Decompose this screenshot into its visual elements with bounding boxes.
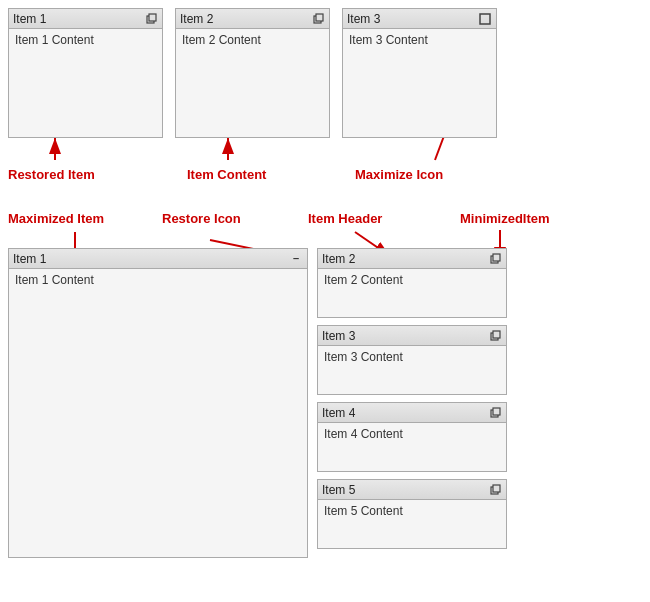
minimize-icon-maximized[interactable]: – — [289, 252, 303, 266]
card-item2-top: Item 2 Item 2 Content — [175, 8, 330, 138]
card-header-item4-right: Item 4 — [318, 403, 506, 423]
minimize-dash: – — [293, 253, 299, 264]
annotation-maximized-item: Maximized Item — [8, 211, 104, 226]
annotation-restore-icon: Restore Icon — [162, 211, 241, 226]
restore-icon-item2[interactable] — [311, 12, 325, 26]
maximize-icon-item3[interactable] — [478, 12, 492, 26]
restore-icon-item3-right[interactable] — [488, 329, 502, 343]
svg-rect-11 — [316, 14, 323, 21]
card-body-item2-right: Item 2 Content — [318, 269, 506, 291]
card-title-item4-right: Item 4 — [322, 406, 355, 420]
restore-icon-item4-right[interactable] — [488, 406, 502, 420]
svg-rect-20 — [493, 485, 500, 492]
card-item2-right: Item 2 Item 2 Content — [317, 248, 507, 318]
card-item1-top: Item 1 Item 1 Content — [8, 8, 163, 138]
card-title-item3-right: Item 3 — [322, 329, 355, 343]
restore-icon-svg — [145, 13, 157, 25]
card-item5-right: Item 5 Item 5 Content — [317, 479, 507, 549]
card-header-item2-right: Item 2 — [318, 249, 506, 269]
card-title-item3-top: Item 3 — [347, 12, 380, 26]
card-item4-right: Item 4 Item 4 Content — [317, 402, 507, 472]
card-title-item2-top: Item 2 — [180, 12, 213, 26]
annotation-item-header: Item Header — [308, 211, 382, 226]
restore-icon-item5-right[interactable] — [488, 483, 502, 497]
restore-icon-svg2 — [312, 13, 324, 25]
card-content-item5-right: Item 5 Content — [324, 504, 403, 518]
annotation-restored-item: Restored Item — [8, 167, 95, 182]
maximize-icon-svg — [479, 13, 491, 25]
svg-rect-16 — [493, 331, 500, 338]
card-body-maximized: Item 1 Content — [9, 269, 307, 291]
card-header-item1-top: Item 1 — [9, 9, 162, 29]
card-body-item3-top: Item 3 Content — [343, 29, 496, 51]
annotation-item-content: Item Content — [187, 167, 266, 182]
card-content-item3-right: Item 3 Content — [324, 350, 403, 364]
restore-icon-svg-r3 — [489, 330, 501, 342]
card-content-item3-top: Item 3 Content — [349, 33, 428, 47]
svg-rect-12 — [480, 14, 490, 24]
card-body-item5-right: Item 5 Content — [318, 500, 506, 522]
card-content-maximized: Item 1 Content — [15, 273, 94, 287]
card-item3-top: Item 3 Item 3 Content — [342, 8, 497, 138]
card-header-item3-right: Item 3 — [318, 326, 506, 346]
card-header-item2-top: Item 2 — [176, 9, 329, 29]
card-content-item2-right: Item 2 Content — [324, 273, 403, 287]
restore-icon-svg-r4 — [489, 407, 501, 419]
card-header-item3-top: Item 3 — [343, 9, 496, 29]
card-body-item2-top: Item 2 Content — [176, 29, 329, 51]
annotation-maximize-icon: Maximize Icon — [355, 167, 443, 182]
card-content-item1-top: Item 1 Content — [15, 33, 94, 47]
card-item3-right: Item 3 Item 3 Content — [317, 325, 507, 395]
card-content-item2-top: Item 2 Content — [182, 33, 261, 47]
card-body-item1-top: Item 1 Content — [9, 29, 162, 51]
annotation-minimized-item: MinimizedItem — [460, 211, 550, 226]
card-title-maximized: Item 1 — [13, 252, 46, 266]
card-title-item1-top: Item 1 — [13, 12, 46, 26]
svg-rect-9 — [149, 14, 156, 21]
restore-icon-svg-r5 — [489, 484, 501, 496]
svg-rect-18 — [493, 408, 500, 415]
card-header-item5-right: Item 5 — [318, 480, 506, 500]
restore-icon-svg-r2 — [489, 253, 501, 265]
card-title-item2-right: Item 2 — [322, 252, 355, 266]
card-maximized-item1: Item 1 – Item 1 Content — [8, 248, 308, 558]
svg-rect-14 — [493, 254, 500, 261]
card-content-item4-right: Item 4 Content — [324, 427, 403, 441]
restore-icon-item1[interactable] — [144, 12, 158, 26]
card-header-maximized: Item 1 – — [9, 249, 307, 269]
card-title-item5-right: Item 5 — [322, 483, 355, 497]
card-body-item4-right: Item 4 Content — [318, 423, 506, 445]
card-body-item3-right: Item 3 Content — [318, 346, 506, 368]
restore-icon-item2-right[interactable] — [488, 252, 502, 266]
